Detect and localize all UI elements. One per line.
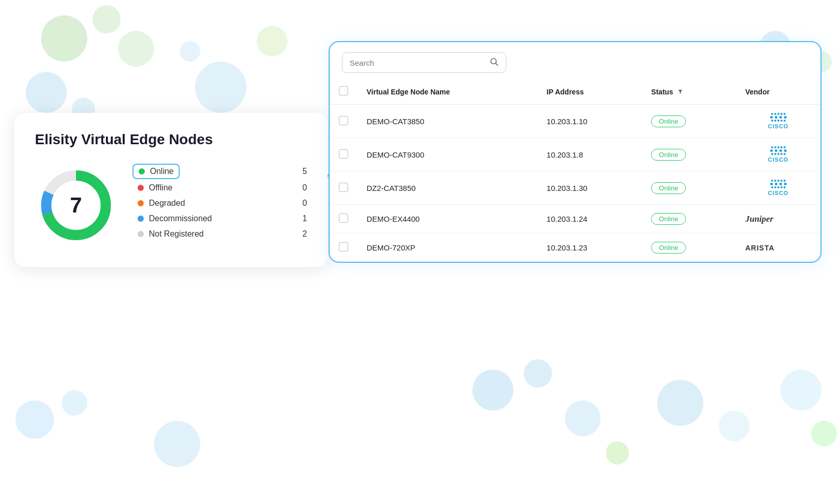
legend-not-registered: Not Registered 2 (138, 229, 307, 239)
header-status: Status (642, 79, 736, 105)
table-row: DEMO-720XP 10.203.1.23 Online ARISTA (330, 234, 820, 262)
donut-chart: 7 (35, 164, 117, 246)
cisco-logo: CISCO (745, 180, 811, 196)
legend-online: Online 5 (138, 166, 307, 177)
status-badge: Online (651, 115, 686, 127)
row-checkbox-cell[interactable] (330, 234, 357, 262)
degraded-count: 0 (297, 199, 307, 208)
status-filter-icon[interactable] (677, 88, 683, 96)
table-header-row: Virtual Edge Node Name IP Address Status… (330, 79, 820, 105)
online-dot (139, 168, 145, 175)
status-badge: Online (651, 182, 686, 194)
decommissioned-label: Decommissioned (149, 214, 212, 223)
row-4-ip: 10.203.1.24 (538, 205, 642, 234)
row-3-node-name: DZ2-CAT3850 (357, 171, 538, 205)
donut-total: 7 (70, 193, 82, 218)
not-registered-left: Not Registered (138, 229, 204, 239)
arista-logo: ARISTA (745, 244, 774, 252)
row-checkbox-cell[interactable] (330, 105, 357, 138)
left-card: Elisity Virtual Edge Nodes 7 Online 5 (14, 113, 328, 267)
row-5-vendor: ARISTA (736, 234, 820, 262)
search-icon (489, 57, 499, 68)
table-row: DEMO-EX4400 10.203.1.24 Online Juniper (330, 205, 820, 234)
offline-left: Offline (138, 183, 173, 192)
decommissioned-dot (138, 216, 144, 222)
row-2-checkbox[interactable] (339, 149, 348, 159)
table-row: DEMO-CAT3850 10.203.1.10 Online CISCO (330, 105, 820, 138)
decommissioned-left: Decommissioned (138, 214, 212, 223)
decommissioned-count: 1 (297, 214, 307, 223)
row-checkbox-cell[interactable] (330, 205, 357, 234)
header-checkbox-cell[interactable] (330, 79, 357, 105)
not-registered-dot (138, 231, 144, 237)
row-3-vendor: CISCO (736, 171, 820, 205)
right-panel: Virtual Edge Node Name IP Address Status… (329, 41, 822, 263)
offline-dot (138, 185, 144, 191)
row-1-ip: 10.203.1.10 (538, 105, 642, 138)
row-5-ip: 10.203.1.23 (538, 234, 642, 262)
header-node-name: Virtual Edge Node Name (357, 79, 538, 105)
row-2-ip: 10.203.1.8 (538, 138, 642, 171)
row-checkbox-cell[interactable] (330, 138, 357, 171)
header-vendor: Vendor (736, 79, 820, 105)
not-registered-count: 2 (297, 229, 307, 239)
row-3-status: Online (642, 171, 736, 205)
card-title: Elisity Virtual Edge Nodes (35, 131, 307, 148)
row-5-node-name: DEMO-720XP (357, 234, 538, 262)
search-bar[interactable] (342, 52, 506, 73)
row-5-checkbox[interactable] (339, 242, 348, 251)
svg-marker-6 (678, 90, 682, 93)
cisco-logo: CISCO (745, 146, 811, 163)
row-2-status: Online (642, 138, 736, 171)
row-4-status: Online (642, 205, 736, 234)
row-1-status: Online (642, 105, 736, 138)
degraded-label: Degraded (149, 199, 185, 208)
row-3-checkbox[interactable] (339, 183, 348, 192)
status-badge: Online (651, 213, 686, 225)
row-4-vendor: Juniper (736, 205, 820, 234)
online-highlight: Online (132, 164, 180, 179)
row-1-node-name: DEMO-CAT3850 (357, 105, 538, 138)
search-input[interactable] (350, 59, 489, 67)
legend-degraded: Degraded 0 (138, 199, 307, 208)
row-2-vendor: CISCO (736, 138, 820, 171)
header-checkbox[interactable] (339, 86, 348, 95)
nodes-table: Virtual Edge Node Name IP Address Status… (330, 79, 820, 262)
row-4-node-name: DEMO-EX4400 (357, 205, 538, 234)
cisco-logo: CISCO (745, 113, 811, 129)
legend-decommissioned: Decommissioned 1 (138, 214, 307, 223)
status-badge: Online (651, 242, 686, 254)
online-label: Online (150, 167, 174, 176)
row-checkbox-cell[interactable] (330, 171, 357, 205)
juniper-logo: Juniper (745, 214, 773, 224)
header-ip-address: IP Address (538, 79, 642, 105)
row-3-ip: 10.203.1.30 (538, 171, 642, 205)
status-legend: Online 5 Offline 0 Degraded 0 (138, 166, 307, 245)
card-body: 7 Online 5 Offline 0 D (35, 164, 307, 246)
row-1-vendor: CISCO (736, 105, 820, 138)
row-4-checkbox[interactable] (339, 214, 348, 223)
row-1-checkbox[interactable] (339, 116, 348, 125)
degraded-dot (138, 200, 144, 206)
online-count: 5 (297, 167, 307, 176)
row-5-status: Online (642, 234, 736, 262)
legend-offline: Offline 0 (138, 183, 307, 192)
search-bar-container (330, 42, 820, 79)
svg-line-5 (495, 63, 498, 65)
row-2-node-name: DEMO-CAT9300 (357, 138, 538, 171)
offline-count: 0 (297, 183, 307, 192)
not-registered-label: Not Registered (149, 229, 204, 239)
offline-label: Offline (149, 183, 173, 192)
status-badge: Online (651, 149, 686, 161)
table-row: DEMO-CAT9300 10.203.1.8 Online CISCO (330, 138, 820, 171)
table-row: DZ2-CAT3850 10.203.1.30 Online CISCO (330, 171, 820, 205)
degraded-left: Degraded (138, 199, 185, 208)
